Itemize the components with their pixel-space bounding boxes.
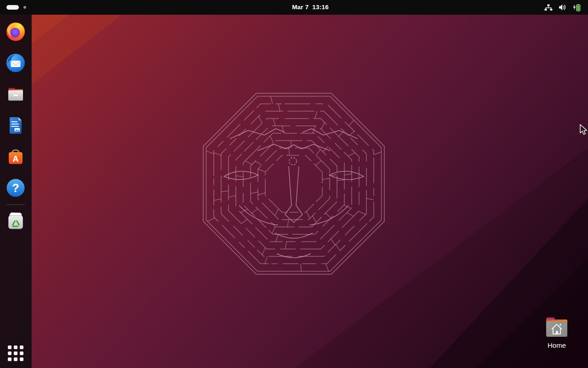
grid-dot (14, 345, 17, 349)
dock-item-firefox[interactable] (5, 21, 27, 43)
home-folder-label: Home (548, 341, 566, 349)
workspace-indicator[interactable] (6, 0, 26, 15)
ubuntu-software-icon: A (5, 146, 27, 168)
grid-dot (8, 357, 11, 361)
volume-icon[interactable] (559, 4, 566, 11)
top-bar: Mar 7 13:16 (0, 0, 588, 15)
dock-item-files[interactable] (5, 83, 27, 105)
dock-item-help[interactable]: ? (5, 177, 27, 199)
dock-item-ubuntu-software[interactable]: A (5, 146, 27, 168)
grid-dot (14, 351, 17, 355)
files-icon (5, 83, 27, 105)
grid-dot (8, 351, 11, 355)
grid-dot (20, 351, 23, 355)
network-wired-icon[interactable] (544, 4, 553, 11)
dock: A ? (0, 15, 32, 368)
clock-menu[interactable]: Mar 7 13:16 (292, 0, 329, 15)
battery-fill (577, 5, 579, 10)
workspace-active-pill[interactable] (6, 5, 19, 10)
battery-charging-icon[interactable] (572, 4, 582, 11)
grid-dot (20, 345, 23, 349)
dock-separator (6, 204, 25, 205)
workspace-inactive-dot[interactable] (23, 6, 26, 9)
show-applications-button[interactable] (8, 345, 23, 361)
libreoffice-writer-icon (5, 114, 27, 136)
desktop-icon-home[interactable]: Home (539, 314, 574, 349)
grid-dot (8, 345, 11, 349)
desktop-wallpaper (0, 15, 588, 368)
wallpaper-maze (0, 15, 588, 368)
firefox-icon (5, 21, 27, 43)
grid-dot (14, 357, 17, 361)
help-question-mark: ? (12, 181, 19, 194)
dock-item-thunderbird[interactable] (5, 52, 27, 74)
software-letter: A (13, 154, 19, 164)
dock-item-trash[interactable] (5, 210, 27, 232)
grid-dot (20, 357, 23, 361)
thunderbird-icon (5, 52, 27, 74)
trash-icon (5, 210, 27, 232)
screen: Mar 7 13:16 (0, 0, 588, 368)
dock-item-libreoffice-writer[interactable] (5, 114, 27, 136)
system-status-area[interactable] (544, 0, 588, 15)
help-icon: ? (5, 177, 27, 199)
home-folder-icon (545, 314, 569, 339)
